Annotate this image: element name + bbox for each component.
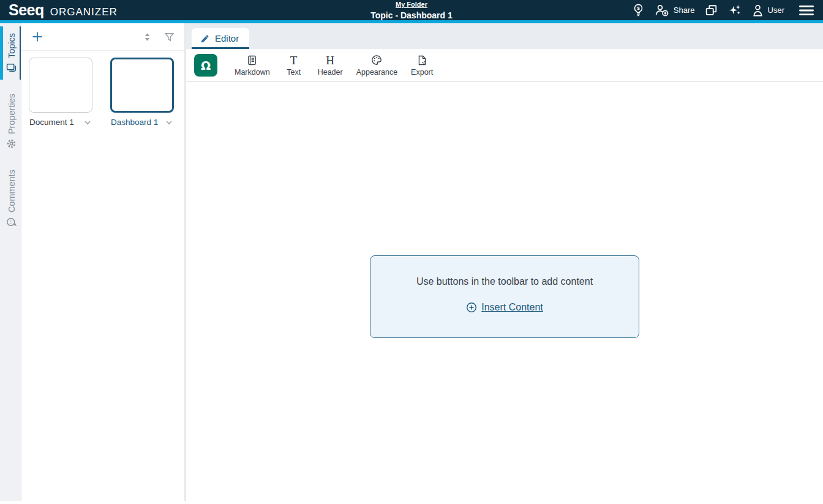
comment-icon [6, 217, 17, 227]
seeq-logo-mark-icon: Ω [201, 59, 211, 72]
sidebar-tab-strip: Topics Properties Comments [0, 23, 21, 501]
header-center: My Folder Topic - Dashboard 1 [370, 0, 453, 23]
editor-toolbar: Ω Markdown T Text H Header [186, 49, 823, 82]
chevron-down-icon[interactable] [83, 118, 92, 127]
text-label: Text [287, 68, 301, 77]
header-actions: $ Share [632, 3, 814, 17]
app-header: Seeq ORGANIZER My Folder Topic - Dashboa… [0, 0, 823, 23]
sparkles-icon [727, 3, 742, 17]
main-menu-button[interactable] [799, 4, 814, 17]
header-button[interactable]: H Header [311, 52, 350, 79]
editor-canvas: Use buttons in the toolbar to add conten… [186, 82, 823, 501]
editor-area: Editor Ω Markdown T Text [186, 23, 823, 501]
editor-tab-bar: Editor [186, 23, 823, 49]
topics-panel-toolbar [21, 23, 184, 51]
topics-panel: Document 1 Dashboard 1 [21, 23, 186, 501]
chevron-down-icon[interactable] [165, 118, 173, 127]
svg-text:$: $ [637, 6, 640, 12]
sidebar-tab-label: Properties [7, 94, 17, 134]
sidebar-tab-label: Topics [7, 33, 17, 58]
share-label: Share [674, 6, 695, 15]
windows-icon [704, 4, 718, 17]
export-button[interactable]: Export [404, 52, 440, 79]
palette-icon [371, 55, 382, 66]
appearance-button[interactable]: Appearance [350, 52, 404, 79]
text-icon: T [290, 55, 298, 66]
dashboard-1-label[interactable]: Dashboard 1 [111, 118, 158, 127]
app-name: ORGANIZER [50, 6, 118, 18]
tab-editor[interactable]: Editor [192, 28, 249, 49]
ai-assistant-button[interactable] [727, 3, 742, 17]
user-menu-button[interactable]: User [751, 4, 784, 17]
markdown-label: Markdown [235, 68, 270, 77]
insert-content-link[interactable]: Insert Content [466, 302, 543, 313]
empty-state-message: Use buttons in the toolbar to add conten… [383, 276, 626, 287]
plus-circle-icon [466, 302, 477, 313]
add-document-button[interactable] [31, 31, 43, 43]
sidebar-tab-properties[interactable]: Properties [0, 87, 21, 156]
sort-icon[interactable] [142, 32, 152, 42]
document-1-label[interactable]: Document 1 [29, 118, 74, 127]
export-icon [417, 55, 427, 66]
breadcrumb-my-folder[interactable]: My Folder [396, 1, 427, 8]
pages-icon [6, 62, 17, 73]
header-icon: H [326, 55, 334, 66]
lightbulb-dollar-icon: $ [632, 3, 645, 17]
filter-icon[interactable] [164, 32, 175, 42]
appearance-label: Appearance [356, 68, 397, 77]
user-icon [751, 4, 764, 17]
document-title: Topic - Dashboard 1 [370, 10, 453, 20]
user-label: User [768, 6, 784, 15]
dashboard-1-thumbnail[interactable] [110, 58, 174, 113]
gear-icon [6, 138, 17, 149]
document-list: Document 1 Dashboard 1 [21, 51, 184, 127]
document-item: Document 1 [29, 58, 92, 127]
seeq-content-button[interactable]: Ω [194, 54, 217, 77]
tab-editor-label: Editor [215, 33, 239, 43]
seeq-logo: Seeq [9, 2, 44, 18]
usage-button[interactable]: $ [632, 3, 645, 17]
text-button[interactable]: T Text [277, 52, 311, 79]
user-add-icon [654, 4, 670, 17]
hamburger-menu-icon [799, 4, 814, 17]
insert-content-label: Insert Content [481, 302, 543, 313]
sidebar-tab-label: Comments [7, 170, 17, 213]
export-label: Export [411, 68, 433, 77]
pencil-icon [200, 34, 210, 43]
worksheets-button[interactable] [704, 4, 718, 17]
share-button[interactable]: Share [654, 4, 695, 17]
header-label: Header [318, 68, 343, 77]
sidebar-tab-topics[interactable]: Topics [0, 26, 21, 80]
empty-state-box: Use buttons in the toolbar to add conten… [370, 255, 639, 338]
sidebar-tab-comments[interactable]: Comments [0, 163, 21, 234]
markdown-button[interactable]: Markdown [228, 52, 277, 79]
app-logo[interactable]: Seeq ORGANIZER [9, 2, 118, 18]
markdown-icon [247, 55, 257, 66]
document-item: Dashboard 1 [110, 58, 174, 127]
document-1-thumbnail[interactable] [29, 58, 92, 113]
